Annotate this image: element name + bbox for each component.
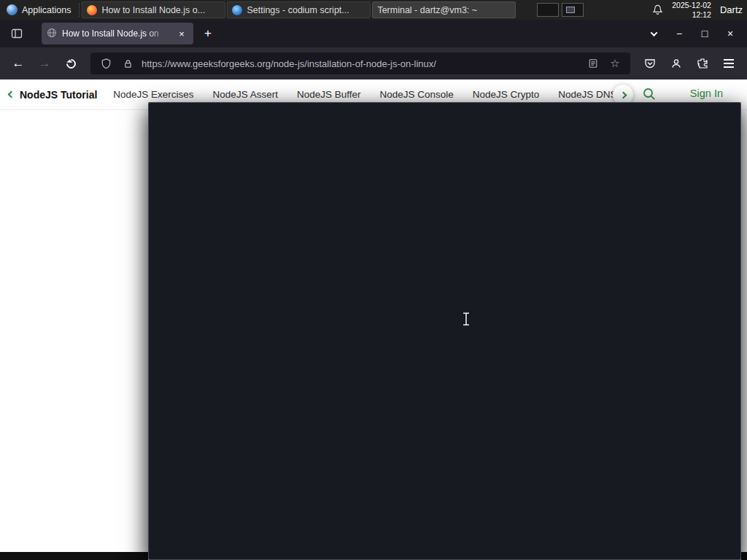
lock-icon[interactable] bbox=[120, 55, 136, 71]
panel-separator bbox=[79, 4, 80, 17]
tracking-protection-shield-icon[interactable] bbox=[98, 55, 114, 71]
url-bar[interactable]: https://www.geeksforgeeks.org/node-js/in… bbox=[90, 52, 630, 74]
extensions-puzzle-icon[interactable] bbox=[692, 52, 713, 74]
tab-title: How to Install Node.js on bbox=[62, 28, 170, 39]
reader-mode-icon[interactable] bbox=[585, 55, 601, 71]
workspace-switcher bbox=[537, 3, 584, 17]
desktop: Applications How to Install Node.js o...… bbox=[0, 0, 747, 560]
applications-menu[interactable]: Applications bbox=[0, 0, 77, 20]
list-all-tabs-icon[interactable] bbox=[643, 23, 665, 44]
clock-date: 2025-12-02 bbox=[672, 1, 711, 10]
clock-time: 12:12 bbox=[672, 10, 711, 20]
tab-close-icon[interactable]: × bbox=[175, 27, 188, 40]
clock[interactable]: 2025-12-02 12:12 bbox=[672, 1, 711, 19]
nav-item[interactable]: NodeJS Console bbox=[379, 89, 453, 100]
sign-in-button[interactable]: Sign In bbox=[690, 88, 723, 99]
nav-item[interactable]: NodeJS Assert bbox=[213, 89, 278, 100]
nav-item[interactable]: NodeJS Buffer bbox=[297, 89, 361, 100]
browser-maximize-button[interactable]: □ bbox=[694, 23, 716, 44]
forward-button[interactable]: → bbox=[34, 52, 55, 74]
browser-close-button[interactable]: × bbox=[719, 23, 741, 44]
nav-item[interactable]: NodeJS Exercises bbox=[113, 89, 193, 100]
workspace-1[interactable] bbox=[537, 3, 559, 17]
taskbar-button[interactable]: How to Install Node.js o... bbox=[82, 1, 225, 18]
applications-icon bbox=[7, 4, 18, 15]
back-button[interactable]: ← bbox=[7, 52, 29, 74]
nav-item-tutorial[interactable]: NodeJS Tutorial bbox=[20, 89, 97, 101]
bookmark-star-icon[interactable]: ☆ bbox=[607, 55, 623, 71]
taskbar-window-icon bbox=[232, 5, 242, 15]
nav-item[interactable]: NodeJS Crypto bbox=[473, 89, 540, 100]
firefox-view-icon[interactable] bbox=[6, 23, 28, 44]
mouse-text-cursor bbox=[462, 312, 471, 329]
tab-favicon bbox=[47, 28, 57, 40]
browser-tab[interactable]: How to Install Node.js on × bbox=[42, 23, 193, 44]
url-text[interactable]: https://www.geeksforgeeks.org/node-js/in… bbox=[142, 58, 579, 69]
new-tab-button[interactable]: + bbox=[197, 23, 219, 44]
nav-menu: NodeJS ExercisesNodeJS AssertNodeJS Buff… bbox=[113, 89, 615, 100]
taskbar-window-title: Terminal - dartz@vm3: ~ bbox=[377, 5, 477, 15]
account-icon[interactable] bbox=[665, 52, 687, 74]
top-panel: Applications How to Install Node.js o...… bbox=[0, 0, 747, 20]
taskbar-window-title: Settings - codium script... bbox=[247, 5, 349, 15]
browser-minimize-button[interactable]: − bbox=[668, 23, 690, 44]
menu-hamburger-icon[interactable] bbox=[718, 52, 740, 74]
workspace-2[interactable] bbox=[562, 3, 584, 17]
notifications-bell-icon[interactable] bbox=[652, 4, 663, 15]
taskbar-window-icon bbox=[87, 5, 97, 15]
reload-button[interactable] bbox=[60, 52, 82, 74]
nav-item[interactable]: NodeJS DNS bbox=[558, 89, 615, 100]
browser-toolbar: ← → https://www.geeksforgeeks.org/node-j… bbox=[0, 47, 747, 79]
tab-bar: How to Install Node.js on × + − □ × bbox=[0, 20, 747, 47]
applications-label: Applications bbox=[22, 5, 71, 15]
taskbar-button[interactable]: Terminal - dartz@vm3: ~ bbox=[372, 1, 516, 18]
workspace-window-thumbnail bbox=[566, 7, 575, 13]
panel-user-label: Dartz bbox=[720, 4, 744, 15]
taskbar-button[interactable]: Settings - codium script... bbox=[227, 1, 371, 18]
taskbar-window-title: How to Install Node.js o... bbox=[101, 5, 205, 15]
taskbar: How to Install Node.js o... Settings - c… bbox=[81, 0, 516, 20]
pocket-icon[interactable] bbox=[639, 52, 661, 74]
nav-scroll-left-icon[interactable] bbox=[8, 91, 15, 98]
panel-right-cluster: 2025-12-02 12:12 Dartz bbox=[652, 0, 747, 20]
